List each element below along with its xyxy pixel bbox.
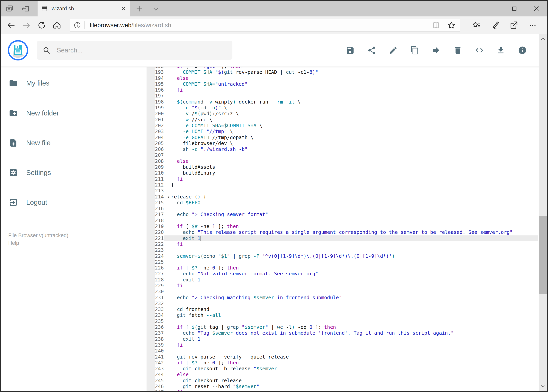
site-info-icon[interactable] bbox=[70, 21, 84, 29]
minimize-button[interactable] bbox=[481, 1, 503, 16]
code-line[interactable]: 246 git reset --hard "$semver" bbox=[146, 384, 538, 389]
code-text[interactable]: git rev-parse --verify --quiet release bbox=[164, 354, 538, 360]
code-text[interactable]: if [ $(git tag | grep "$semver" | wc -l)… bbox=[164, 324, 538, 330]
code-text[interactable]: if [ $? -ne 0 ]; then bbox=[164, 360, 538, 366]
copy-button[interactable] bbox=[410, 46, 419, 55]
code-line[interactable]: 241 git rev-parse --verify --quiet relea… bbox=[146, 354, 538, 360]
code-line[interactable]: 218 bbox=[146, 218, 538, 224]
maximize-button[interactable] bbox=[503, 1, 525, 16]
code-text[interactable]: git fetch --all bbox=[164, 312, 538, 318]
code-line[interactable]: 233 cd frontend bbox=[146, 307, 538, 312]
code-text[interactable]: exit 1 bbox=[164, 336, 538, 342]
code-text[interactable]: -e HOME="//tmp" \ bbox=[164, 129, 538, 134]
code-line[interactable]: 221 exit 1 bbox=[146, 235, 538, 241]
code-text[interactable]: git reset --hard "$semver" bbox=[164, 384, 538, 389]
code-line[interactable]: 227 echo "Not valid semver format. See s… bbox=[146, 271, 538, 277]
code-text[interactable]: release () { bbox=[164, 194, 538, 200]
tab-list-chevron-button[interactable] bbox=[149, 3, 162, 15]
code-text[interactable]: cd $REPO bbox=[164, 200, 538, 206]
code-line[interactable]: 247 fi bbox=[146, 389, 538, 391]
browser-tab-wizard-sh[interactable]: wizard.sh bbox=[38, 1, 130, 16]
code-line[interactable]: 236 if [ $(git tag | grep "$semver" | wc… bbox=[146, 324, 538, 330]
code-line[interactable]: 231 echo "> Checking matching $semver in… bbox=[146, 295, 538, 301]
scroll-down-arrow[interactable] bbox=[539, 382, 547, 390]
code-text[interactable]: fi bbox=[164, 342, 538, 348]
reading-view-button[interactable] bbox=[429, 19, 444, 31]
code-line[interactable]: 244 else bbox=[146, 372, 538, 378]
hub-favorites-button[interactable] bbox=[467, 18, 486, 32]
download-button[interactable] bbox=[496, 46, 505, 55]
more-menu-button[interactable] bbox=[523, 18, 542, 32]
code-text[interactable]: -w //src \ bbox=[164, 117, 538, 123]
url-text[interactable]: filebrowser.web/files/wizard.sh bbox=[90, 22, 429, 29]
code-line[interactable]: 209 buildAssets bbox=[146, 164, 538, 170]
code-text[interactable]: COMMIT_SHA="$(git rev-parse HEAD | cut -… bbox=[164, 69, 538, 75]
code-text[interactable]: -u "$(id -u)" \ bbox=[164, 105, 538, 111]
code-text[interactable]: fi bbox=[164, 241, 538, 247]
help-link[interactable]: Help bbox=[8, 239, 69, 247]
tab-preview-button[interactable] bbox=[4, 3, 16, 15]
code-line[interactable]: 196 fi bbox=[146, 87, 538, 93]
code-line[interactable]: 206 sh -c "./wizard.sh -b" bbox=[146, 146, 538, 152]
code-line[interactable]: 224 semver=$(echo "$1" | grep -P '^v(0|[… bbox=[146, 253, 538, 259]
code-text[interactable]: git checkout -b release "$semver" bbox=[164, 366, 538, 372]
address-bar[interactable]: filebrowser.web/files/wizard.sh bbox=[70, 19, 460, 32]
code-line[interactable]: 217 echo "> Checking semver format" bbox=[146, 211, 538, 217]
close-window-button[interactable] bbox=[525, 1, 547, 16]
code-text[interactable]: echo "> Checking semver format" bbox=[164, 211, 538, 217]
code-line[interactable]: 197 bbox=[146, 93, 538, 99]
search-box[interactable] bbox=[37, 41, 232, 60]
sidebar-item-logout[interactable]: Logout bbox=[8, 196, 146, 208]
code-line[interactable]: 194 else bbox=[146, 75, 538, 81]
web-note-pen-button[interactable] bbox=[486, 18, 505, 32]
code-text[interactable]: if [ -d ".git" ]; then bbox=[164, 67, 538, 69]
favorite-star-button[interactable] bbox=[444, 19, 459, 31]
code-line[interactable]: 212} bbox=[146, 182, 538, 188]
code-text[interactable]: if [ $? -ne 0 ]; then bbox=[164, 265, 538, 271]
code-text[interactable]: fi bbox=[164, 389, 538, 391]
refresh-button[interactable] bbox=[34, 18, 49, 32]
code-line[interactable]: 210 buildBinary bbox=[146, 170, 538, 176]
scrollbar-thumb[interactable] bbox=[539, 216, 547, 294]
code-text[interactable] bbox=[164, 206, 538, 211]
code-line[interactable]: 198 $(command -v winpty) docker run --rm… bbox=[146, 99, 538, 105]
code-line[interactable]: 225 bbox=[146, 259, 538, 265]
code-text[interactable]: cd frontend bbox=[164, 307, 538, 312]
page-scrollbar[interactable] bbox=[539, 34, 547, 391]
code-line[interactable]: 200 -v /$(pwd):/src:z \ bbox=[146, 111, 538, 117]
code-text[interactable] bbox=[164, 289, 538, 294]
code-text[interactable]: fi bbox=[164, 87, 538, 93]
code-text[interactable] bbox=[164, 247, 538, 253]
code-text[interactable] bbox=[164, 301, 538, 307]
code-text[interactable]: } bbox=[164, 182, 538, 188]
move-button[interactable] bbox=[432, 46, 441, 55]
code-line[interactable]: 245 git checkout release bbox=[146, 378, 538, 384]
new-tab-button[interactable] bbox=[133, 3, 146, 15]
code-line[interactable]: 216 bbox=[146, 206, 538, 211]
code-line[interactable]: 213 bbox=[146, 188, 538, 194]
code-line[interactable]: 238 exit 1 bbox=[146, 336, 538, 342]
code-line[interactable]: 242 if [ $? -ne 0 ]; then bbox=[146, 360, 538, 366]
code-text[interactable]: semver=$(echo "$1" | grep -P '^v(0|[1-9]… bbox=[164, 253, 538, 259]
code-line[interactable]: 229 fi bbox=[146, 283, 538, 289]
code-text[interactable]: else bbox=[164, 158, 538, 164]
code-line[interactable]: 208 else bbox=[146, 158, 538, 164]
code-button[interactable] bbox=[475, 46, 484, 55]
sidebar-item-settings[interactable]: Settings bbox=[8, 167, 146, 178]
code-text[interactable]: else bbox=[164, 75, 538, 81]
share-button[interactable] bbox=[367, 46, 376, 55]
code-text[interactable]: filebrowser/dev \ bbox=[164, 140, 538, 146]
code-line[interactable]: 219 if [ $# -ne 1 ]; then bbox=[146, 224, 538, 229]
info-button[interactable] bbox=[518, 46, 527, 55]
code-text[interactable]: echo "Not valid semver format. See semve… bbox=[164, 271, 538, 277]
code-text[interactable]: else bbox=[164, 372, 538, 378]
edit-button[interactable] bbox=[389, 46, 398, 55]
sidebar-item-new-file[interactable]: New file bbox=[8, 137, 146, 149]
back-button[interactable] bbox=[4, 18, 19, 32]
code-line[interactable]: 235 bbox=[146, 318, 538, 324]
code-text[interactable]: git checkout release bbox=[164, 378, 538, 384]
code-text[interactable]: COMMIT_SHA="untracked" bbox=[164, 81, 538, 87]
code-text[interactable] bbox=[164, 152, 538, 158]
sidebar-item-my-files[interactable]: My files bbox=[8, 77, 146, 89]
code-line[interactable]: 215 cd $REPO bbox=[146, 200, 538, 206]
